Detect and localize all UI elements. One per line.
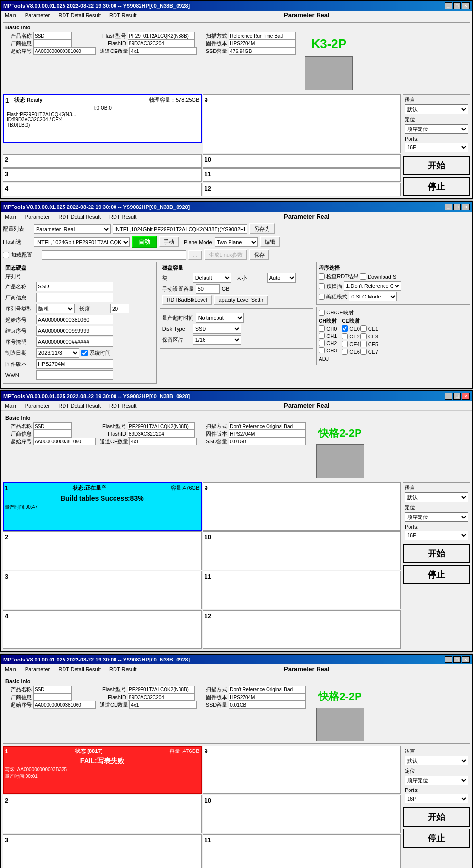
length-input-2[interactable]: [110, 304, 129, 313]
edit-btn-2[interactable]: 编辑: [260, 236, 280, 247]
scan-input-3[interactable]: [229, 422, 306, 430]
flash-select-2[interactable]: INTEL,1024Gbit,PF29F01T2ALCQK2(N38B)(YS9…: [34, 237, 130, 247]
serial-input-4[interactable]: [33, 701, 96, 709]
menu-parameter-1[interactable]: Parameter: [23, 12, 51, 19]
config-list-select-2[interactable]: Parameter_Real: [34, 224, 111, 234]
ce3-check-2[interactable]: [360, 333, 367, 339]
menu-main-3[interactable]: Main: [3, 402, 18, 409]
load-config-input-2[interactable]: [42, 250, 186, 260]
maximize-btn-1[interactable]: □: [453, 2, 461, 9]
pre-scan-check-2[interactable]: [319, 283, 325, 289]
dotdot-btn-2[interactable]: ...: [188, 250, 202, 260]
minimize-btn-3[interactable]: _: [445, 393, 452, 400]
load-config-check-2[interactable]: [3, 252, 9, 258]
pos-select-1[interactable]: 顺序定位: [405, 124, 468, 134]
saveas-btn-2[interactable]: 另存为: [249, 223, 275, 234]
timeout-select-2[interactable]: No timeout: [196, 313, 244, 323]
prog-mode-select-2[interactable]: 0.SLC Mode: [349, 292, 397, 301]
config-path-input-2[interactable]: [113, 224, 247, 234]
serial-input-1[interactable]: [33, 47, 96, 55]
check-rdt-check-2[interactable]: [319, 273, 325, 280]
rdt-btn-2[interactable]: RDTBadBlkLevel: [162, 295, 212, 305]
flash-id-input-1[interactable]: [128, 39, 195, 47]
ch2-check-2[interactable]: [319, 340, 325, 346]
stop-button-1[interactable]: 停止: [403, 177, 470, 196]
menu-parameter-3[interactable]: Parameter: [23, 402, 51, 409]
type-select-2[interactable]: Default: [193, 273, 231, 283]
ref-select-2[interactable]: 1.Don't Reference Or: [344, 281, 401, 291]
ch-ce-input-1[interactable]: [129, 47, 197, 55]
ch-ce-enable-check-2[interactable]: [319, 310, 325, 316]
menu-main-2[interactable]: Main: [3, 213, 18, 220]
capacity-input-4[interactable]: [229, 701, 306, 709]
menu-rdt-detail-1[interactable]: RDT Detail Result: [56, 12, 102, 19]
maximize-btn-2[interactable]: □: [453, 204, 461, 210]
minimize-btn-2[interactable]: _: [445, 204, 452, 210]
plane-select-2[interactable]: Two Plane: [215, 237, 258, 247]
fw-input-1[interactable]: [229, 39, 296, 47]
stop-button-4[interactable]: 停止: [403, 829, 470, 848]
auto-btn-2[interactable]: 自动: [132, 236, 157, 248]
ce2-check-2[interactable]: [342, 333, 348, 339]
wwn-input-2[interactable]: [36, 370, 113, 380]
product-input-3[interactable]: [33, 422, 72, 430]
start-serial-input-2[interactable]: [36, 315, 113, 324]
pos-select-3[interactable]: 顺序定位: [405, 512, 468, 522]
menu-rdt-result-4[interactable]: RDT Result: [107, 666, 139, 673]
close-btn-3[interactable]: ×: [462, 393, 470, 400]
flash-type-input-4[interactable]: [128, 686, 195, 693]
manual-cap-input-2[interactable]: [196, 284, 220, 294]
minimize-btn-4[interactable]: _: [445, 656, 452, 663]
menu-parameter-2[interactable]: Parameter: [23, 213, 51, 220]
capacity-input-3[interactable]: [229, 438, 306, 445]
maximize-btn-3[interactable]: □: [453, 393, 461, 400]
ch1-check-2[interactable]: [319, 333, 325, 339]
scan-input-1[interactable]: [229, 32, 296, 39]
minimize-btn-1[interactable]: _: [445, 2, 452, 9]
sys-time-check-2[interactable]: [81, 350, 88, 356]
ch3-check-2[interactable]: [319, 347, 325, 353]
flash-id-input-4[interactable]: [128, 693, 195, 701]
lang-select-1[interactable]: 默认: [405, 104, 468, 114]
product-input-4[interactable]: [33, 686, 72, 693]
ce5-check-2[interactable]: [360, 341, 367, 347]
ce4-check-2[interactable]: [342, 341, 348, 347]
menu-main-1[interactable]: Main: [3, 12, 18, 19]
menu-rdt-result-1[interactable]: RDT Result: [107, 12, 139, 19]
ch-ce-input-3[interactable]: [129, 438, 197, 445]
fw-input-4[interactable]: [229, 693, 306, 701]
menu-rdt-result-2[interactable]: RDT Result: [107, 213, 139, 220]
ch0-check-2[interactable]: [319, 325, 325, 332]
ports-select-4[interactable]: 16P: [405, 794, 468, 803]
lang-select-4[interactable]: 默认: [405, 756, 468, 765]
vendor-input-1[interactable]: [33, 39, 72, 47]
fw-input-3[interactable]: [229, 430, 306, 438]
serial-type-select-2[interactable]: 随机: [36, 304, 75, 313]
menu-rdt-detail-2[interactable]: RDT Detail Result: [56, 213, 102, 220]
menu-parameter-4[interactable]: Parameter: [23, 666, 51, 673]
opacity-btn-2[interactable]: apacity Level Settir: [214, 295, 268, 305]
ports-select-3[interactable]: 16P: [405, 531, 468, 540]
vendor-input-3[interactable]: [33, 430, 72, 438]
ce1-check-2[interactable]: [360, 325, 367, 332]
prog-mode-check-2[interactable]: [319, 294, 325, 300]
fw-ver-input-2[interactable]: [36, 359, 113, 369]
menu-main-4[interactable]: Main: [3, 666, 18, 673]
serial-mask-input-2[interactable]: [36, 337, 113, 347]
product-input-1[interactable]: [33, 32, 72, 39]
reserve-select-2[interactable]: 1/16: [193, 335, 241, 345]
flash-type-input-1[interactable]: [128, 32, 195, 39]
capacity-input-1[interactable]: [229, 47, 296, 55]
ce0-check-2[interactable]: [342, 325, 348, 332]
serial-input-3[interactable]: [33, 438, 96, 445]
scan-input-4[interactable]: [229, 686, 306, 693]
start-button-3[interactable]: 开始: [403, 544, 470, 563]
menu-rdt-detail-4[interactable]: RDT Detail Result: [56, 666, 102, 673]
lang-select-3[interactable]: 默认: [405, 492, 468, 502]
start-button-1[interactable]: 开始: [403, 156, 470, 175]
ports-select-1[interactable]: 16P: [405, 143, 468, 152]
maximize-btn-4[interactable]: □: [453, 656, 461, 663]
download-s-check-2[interactable]: [360, 273, 366, 280]
pos-select-4[interactable]: 顺序定位: [405, 776, 468, 785]
vendor-input-2[interactable]: [36, 293, 113, 302]
